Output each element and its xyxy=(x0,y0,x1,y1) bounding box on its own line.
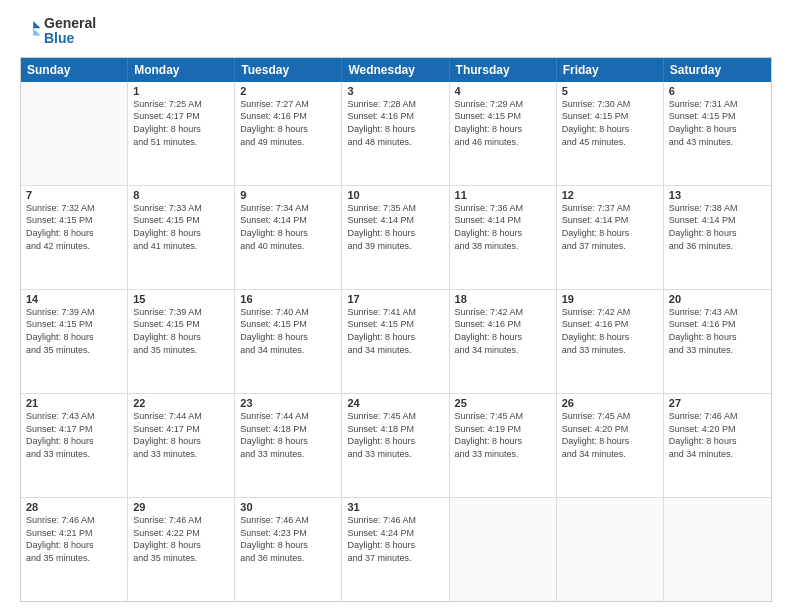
day-info: Sunrise: 7:39 AM Sunset: 4:15 PM Dayligh… xyxy=(133,306,229,356)
day-number: 20 xyxy=(669,293,766,305)
day-number: 24 xyxy=(347,397,443,409)
calendar-cell: 4Sunrise: 7:29 AM Sunset: 4:15 PM Daylig… xyxy=(450,82,557,185)
day-info: Sunrise: 7:32 AM Sunset: 4:15 PM Dayligh… xyxy=(26,202,122,252)
day-info: Sunrise: 7:44 AM Sunset: 4:17 PM Dayligh… xyxy=(133,410,229,460)
calendar-cell: 3Sunrise: 7:28 AM Sunset: 4:16 PM Daylig… xyxy=(342,82,449,185)
day-number: 13 xyxy=(669,189,766,201)
day-number: 26 xyxy=(562,397,658,409)
calendar-cell: 31Sunrise: 7:46 AM Sunset: 4:24 PM Dayli… xyxy=(342,498,449,601)
day-number: 16 xyxy=(240,293,336,305)
calendar-cell: 1Sunrise: 7:25 AM Sunset: 4:17 PM Daylig… xyxy=(128,82,235,185)
calendar-cell: 26Sunrise: 7:45 AM Sunset: 4:20 PM Dayli… xyxy=(557,394,664,497)
calendar-header-cell: Thursday xyxy=(450,58,557,82)
calendar-cell: 12Sunrise: 7:37 AM Sunset: 4:14 PM Dayli… xyxy=(557,186,664,289)
logo: General Blue xyxy=(20,16,96,47)
calendar-cell: 17Sunrise: 7:41 AM Sunset: 4:15 PM Dayli… xyxy=(342,290,449,393)
day-info: Sunrise: 7:46 AM Sunset: 4:22 PM Dayligh… xyxy=(133,514,229,564)
calendar-cell: 11Sunrise: 7:36 AM Sunset: 4:14 PM Dayli… xyxy=(450,186,557,289)
calendar-cell: 8Sunrise: 7:33 AM Sunset: 4:15 PM Daylig… xyxy=(128,186,235,289)
calendar: SundayMondayTuesdayWednesdayThursdayFrid… xyxy=(20,57,772,602)
calendar-cell: 6Sunrise: 7:31 AM Sunset: 4:15 PM Daylig… xyxy=(664,82,771,185)
svg-marker-0 xyxy=(33,21,40,28)
calendar-header: SundayMondayTuesdayWednesdayThursdayFrid… xyxy=(21,58,771,82)
day-info: Sunrise: 7:42 AM Sunset: 4:16 PM Dayligh… xyxy=(455,306,551,356)
logo-icon xyxy=(20,18,42,40)
calendar-header-cell: Friday xyxy=(557,58,664,82)
day-info: Sunrise: 7:43 AM Sunset: 4:16 PM Dayligh… xyxy=(669,306,766,356)
calendar-week: 7Sunrise: 7:32 AM Sunset: 4:15 PM Daylig… xyxy=(21,186,771,290)
calendar-header-cell: Tuesday xyxy=(235,58,342,82)
day-info: Sunrise: 7:39 AM Sunset: 4:15 PM Dayligh… xyxy=(26,306,122,356)
day-info: Sunrise: 7:29 AM Sunset: 4:15 PM Dayligh… xyxy=(455,98,551,148)
day-number: 25 xyxy=(455,397,551,409)
day-number: 15 xyxy=(133,293,229,305)
calendar-cell xyxy=(557,498,664,601)
calendar-header-cell: Sunday xyxy=(21,58,128,82)
day-number: 7 xyxy=(26,189,122,201)
day-info: Sunrise: 7:46 AM Sunset: 4:21 PM Dayligh… xyxy=(26,514,122,564)
day-info: Sunrise: 7:34 AM Sunset: 4:14 PM Dayligh… xyxy=(240,202,336,252)
day-info: Sunrise: 7:43 AM Sunset: 4:17 PM Dayligh… xyxy=(26,410,122,460)
day-info: Sunrise: 7:38 AM Sunset: 4:14 PM Dayligh… xyxy=(669,202,766,252)
calendar-cell: 13Sunrise: 7:38 AM Sunset: 4:14 PM Dayli… xyxy=(664,186,771,289)
day-info: Sunrise: 7:45 AM Sunset: 4:18 PM Dayligh… xyxy=(347,410,443,460)
day-number: 2 xyxy=(240,85,336,97)
calendar-cell xyxy=(664,498,771,601)
day-number: 30 xyxy=(240,501,336,513)
calendar-cell: 21Sunrise: 7:43 AM Sunset: 4:17 PM Dayli… xyxy=(21,394,128,497)
day-number: 22 xyxy=(133,397,229,409)
header: General Blue xyxy=(20,16,772,47)
page: General Blue SundayMondayTuesdayWednesda… xyxy=(0,0,792,612)
day-info: Sunrise: 7:45 AM Sunset: 4:20 PM Dayligh… xyxy=(562,410,658,460)
day-number: 9 xyxy=(240,189,336,201)
calendar-cell: 15Sunrise: 7:39 AM Sunset: 4:15 PM Dayli… xyxy=(128,290,235,393)
calendar-header-cell: Wednesday xyxy=(342,58,449,82)
day-info: Sunrise: 7:35 AM Sunset: 4:14 PM Dayligh… xyxy=(347,202,443,252)
day-number: 23 xyxy=(240,397,336,409)
day-info: Sunrise: 7:36 AM Sunset: 4:14 PM Dayligh… xyxy=(455,202,551,252)
day-info: Sunrise: 7:31 AM Sunset: 4:15 PM Dayligh… xyxy=(669,98,766,148)
day-number: 29 xyxy=(133,501,229,513)
day-number: 31 xyxy=(347,501,443,513)
calendar-cell: 9Sunrise: 7:34 AM Sunset: 4:14 PM Daylig… xyxy=(235,186,342,289)
calendar-cell: 25Sunrise: 7:45 AM Sunset: 4:19 PM Dayli… xyxy=(450,394,557,497)
calendar-week: 1Sunrise: 7:25 AM Sunset: 4:17 PM Daylig… xyxy=(21,82,771,186)
calendar-week: 28Sunrise: 7:46 AM Sunset: 4:21 PM Dayli… xyxy=(21,498,771,601)
day-info: Sunrise: 7:25 AM Sunset: 4:17 PM Dayligh… xyxy=(133,98,229,148)
day-number: 17 xyxy=(347,293,443,305)
calendar-cell: 19Sunrise: 7:42 AM Sunset: 4:16 PM Dayli… xyxy=(557,290,664,393)
calendar-cell: 20Sunrise: 7:43 AM Sunset: 4:16 PM Dayli… xyxy=(664,290,771,393)
calendar-cell: 18Sunrise: 7:42 AM Sunset: 4:16 PM Dayli… xyxy=(450,290,557,393)
svg-marker-1 xyxy=(33,29,40,36)
logo-line2: Blue xyxy=(44,31,96,46)
day-number: 21 xyxy=(26,397,122,409)
day-number: 3 xyxy=(347,85,443,97)
day-number: 4 xyxy=(455,85,551,97)
calendar-cell: 22Sunrise: 7:44 AM Sunset: 4:17 PM Dayli… xyxy=(128,394,235,497)
day-info: Sunrise: 7:40 AM Sunset: 4:15 PM Dayligh… xyxy=(240,306,336,356)
calendar-cell: 10Sunrise: 7:35 AM Sunset: 4:14 PM Dayli… xyxy=(342,186,449,289)
day-info: Sunrise: 7:28 AM Sunset: 4:16 PM Dayligh… xyxy=(347,98,443,148)
day-info: Sunrise: 7:30 AM Sunset: 4:15 PM Dayligh… xyxy=(562,98,658,148)
calendar-body: 1Sunrise: 7:25 AM Sunset: 4:17 PM Daylig… xyxy=(21,82,771,601)
calendar-cell: 28Sunrise: 7:46 AM Sunset: 4:21 PM Dayli… xyxy=(21,498,128,601)
calendar-cell: 27Sunrise: 7:46 AM Sunset: 4:20 PM Dayli… xyxy=(664,394,771,497)
day-number: 18 xyxy=(455,293,551,305)
calendar-cell: 7Sunrise: 7:32 AM Sunset: 4:15 PM Daylig… xyxy=(21,186,128,289)
calendar-week: 21Sunrise: 7:43 AM Sunset: 4:17 PM Dayli… xyxy=(21,394,771,498)
day-number: 28 xyxy=(26,501,122,513)
calendar-cell: 14Sunrise: 7:39 AM Sunset: 4:15 PM Dayli… xyxy=(21,290,128,393)
day-number: 11 xyxy=(455,189,551,201)
day-number: 6 xyxy=(669,85,766,97)
day-number: 19 xyxy=(562,293,658,305)
calendar-cell xyxy=(450,498,557,601)
calendar-header-cell: Monday xyxy=(128,58,235,82)
day-info: Sunrise: 7:27 AM Sunset: 4:16 PM Dayligh… xyxy=(240,98,336,148)
day-info: Sunrise: 7:46 AM Sunset: 4:24 PM Dayligh… xyxy=(347,514,443,564)
day-number: 14 xyxy=(26,293,122,305)
day-info: Sunrise: 7:37 AM Sunset: 4:14 PM Dayligh… xyxy=(562,202,658,252)
calendar-cell: 2Sunrise: 7:27 AM Sunset: 4:16 PM Daylig… xyxy=(235,82,342,185)
day-info: Sunrise: 7:45 AM Sunset: 4:19 PM Dayligh… xyxy=(455,410,551,460)
day-info: Sunrise: 7:33 AM Sunset: 4:15 PM Dayligh… xyxy=(133,202,229,252)
calendar-cell: 30Sunrise: 7:46 AM Sunset: 4:23 PM Dayli… xyxy=(235,498,342,601)
